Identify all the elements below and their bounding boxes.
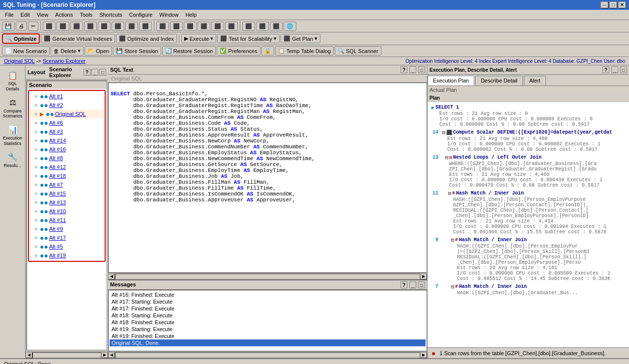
msg-scroll-right[interactable]: ▶	[420, 352, 427, 358]
maximize-button[interactable]: □	[609, 1, 617, 8]
tree-item-alt2-label[interactable]: Alt #2	[49, 102, 63, 108]
tree-item-alt17[interactable]: ✕ ●● Alt #17	[30, 233, 104, 242]
menu-view[interactable]: View	[34, 11, 52, 19]
tree-item-alt10[interactable]: ✕ ●● Alt #10	[30, 207, 104, 216]
tree-item-alt8[interactable]: ✕ ●● Alt #8	[30, 154, 104, 163]
scenario-horiz-scroll[interactable]: ◀ ▶	[26, 351, 108, 358]
tree-item-alt8-label[interactable]: Alt #8	[49, 155, 63, 161]
msg-item-8[interactable]: Original SQL: Done.	[110, 339, 426, 346]
tree-item-alt2[interactable]: ✕ ●● Alt #2	[30, 101, 104, 110]
tb-btn-9[interactable]: ⬛	[112, 22, 124, 31]
tb-btn-5[interactable]: ⬛	[57, 22, 69, 31]
tree-item-alt19-label[interactable]: Alt #19	[49, 252, 66, 258]
temp-table-button[interactable]: 📋 Temp Table Dialog	[275, 46, 334, 56]
right-help-button[interactable]: ?	[602, 66, 609, 73]
tb-btn-19[interactable]: ⬛	[256, 22, 269, 31]
tree-item-close-icon[interactable]: ✕	[34, 191, 39, 196]
tree-item-close-icon[interactable]: ✕	[34, 147, 39, 152]
breadcrumb-link1[interactable]: Original SQL	[4, 58, 35, 64]
tree-item-close-icon[interactable]: ✕	[34, 138, 39, 143]
minimize-button[interactable]: ─	[600, 1, 608, 8]
store-session-button[interactable]: 💾 Store Session	[113, 46, 161, 56]
tb-btn-7[interactable]: ⬛	[84, 22, 97, 31]
msg-item-5[interactable]: Alt #18: Finished: Execute	[110, 319, 426, 326]
sql-horiz-scroll[interactable]: ◀ ▶	[108, 273, 427, 280]
msg-scroll-left[interactable]: ◀	[108, 352, 115, 358]
tree-item-alt19[interactable]: ✕ ●● Alt #19	[30, 251, 104, 260]
tb-btn-6[interactable]: ⬛	[70, 22, 83, 31]
tree-item-original-label[interactable]: Original SQL	[55, 111, 86, 117]
sql-maximize-button[interactable]: □	[418, 66, 425, 73]
tree-item-alt1-label[interactable]: Alt #1	[49, 93, 63, 99]
sql-scroll-right[interactable]: ▶	[420, 274, 427, 280]
tree-item-alt11[interactable]: ✕ ●● Alt #11	[30, 216, 104, 224]
sql-help-button[interactable]: ?	[400, 66, 407, 73]
tb-btn-4[interactable]: ⬛	[43, 22, 56, 31]
msg-item-7[interactable]: Alt #19: Finished: Execute	[110, 333, 426, 339]
tree-item-close-icon[interactable]: ✕	[34, 200, 39, 205]
scroll-left-arrow[interactable]: ◀	[26, 352, 32, 358]
tree-item-close-icon[interactable]: ✕	[34, 103, 39, 108]
msg-scroll-track[interactable]	[115, 352, 420, 358]
menu-configure[interactable]: Configure	[126, 11, 156, 19]
tb-btn-18[interactable]: ⬛	[242, 22, 255, 31]
execute-dropdown-icon[interactable]: ▾	[210, 35, 213, 42]
tree-item-alt14-label[interactable]: Alt #14	[49, 138, 66, 143]
tab-execution-plan[interactable]: Execution Plan	[428, 76, 474, 85]
tb-btn-21[interactable]: 🌐	[284, 22, 296, 31]
msg-item-6[interactable]: Alt #19: Starting: Execute	[110, 326, 426, 333]
new-scenario-button[interactable]: 📄 New Scenario	[2, 46, 50, 56]
tb-btn-16[interactable]: ⬛	[211, 22, 224, 31]
tb-btn-1[interactable]: 💾	[2, 22, 15, 31]
tree-item-alt16[interactable]: ✕ ●● Alt #16	[30, 145, 104, 154]
tb-btn-14[interactable]: ⬛	[184, 22, 197, 31]
msg-maximize-button[interactable]: □	[418, 281, 425, 288]
tree-item-alt14[interactable]: ✕ ●● Alt #14	[30, 136, 104, 145]
breadcrumb-link2[interactable]: Scenario Explorer	[43, 58, 86, 64]
msg-help-button[interactable]: ?	[400, 281, 407, 288]
msg-item-4[interactable]: Alt #18: Starting: Execute	[110, 312, 426, 319]
msg-horiz-scroll[interactable]: ◀ ▶	[108, 351, 427, 358]
tree-item-close-icon[interactable]: ✕	[34, 129, 39, 135]
right-minimize-button[interactable]: _	[611, 66, 618, 73]
tree-item-alt10-label[interactable]: Alt #10	[49, 208, 66, 214]
open-button[interactable]: 📂 Open	[85, 46, 112, 56]
get-plan-dropdown-icon[interactable]: ▾	[314, 35, 317, 42]
tree-item-alt16-label[interactable]: Alt #16	[49, 146, 66, 152]
menu-tools[interactable]: Tools	[77, 11, 95, 19]
msg-item-2[interactable]: Alt #17: Starting: Execute	[110, 298, 426, 305]
scroll-right-arrow[interactable]: ▶	[101, 352, 108, 358]
sidebar-item-resolution[interactable]: 🔧 Resolu...	[1, 149, 24, 170]
menu-help[interactable]: Help	[182, 11, 200, 19]
menu-shortcuts[interactable]: Shortcuts	[96, 11, 125, 19]
close-button[interactable]: ✕	[618, 1, 626, 8]
tree-item-alt18-label[interactable]: Alt #18	[49, 173, 66, 179]
tree-item-alt11-label[interactable]: Alt #11	[49, 217, 66, 223]
tree-item-original[interactable]: ✕ ▶ ●● Original SQL	[30, 110, 104, 118]
sql-scroll-left[interactable]: ◀	[108, 274, 115, 280]
panel-minimize-button[interactable]: _	[91, 69, 98, 76]
msg-item-1[interactable]: Alt #16: Finished: Execute	[110, 291, 426, 298]
msg-minimize-button[interactable]: _	[409, 281, 416, 288]
panel-help-button[interactable]: ?	[84, 69, 90, 76]
tree-item-close-icon[interactable]: ✕	[34, 226, 39, 232]
tb-btn-15[interactable]: ⬛	[198, 22, 210, 31]
sql-minimize-button[interactable]: _	[409, 66, 416, 73]
tree-item-close-icon[interactable]: ✕	[34, 182, 39, 188]
preferences-button[interactable]: ✅ Preferences	[217, 46, 260, 56]
tree-item-close-icon[interactable]: ✕	[34, 120, 39, 126]
tb-btn-2[interactable]: 🖨	[16, 22, 27, 30]
tb-btn-11[interactable]: ⬛	[139, 22, 152, 31]
panel-maximize-button[interactable]: □	[99, 69, 106, 76]
tb-btn-17[interactable]: ⬛	[225, 22, 238, 31]
tree-item-alt13-label[interactable]: Alt #13	[49, 199, 66, 205]
tree-item-close-icon[interactable]: ✕	[34, 94, 39, 99]
tree-item-close-icon[interactable]: ✕	[34, 112, 39, 117]
tree-item-alt9-label[interactable]: Alt #9	[49, 226, 63, 232]
tb-btn-12[interactable]: ⬛	[156, 22, 169, 31]
tree-item-close-icon[interactable]: ✕	[34, 209, 39, 214]
test-scalability-button[interactable]: ⬛ Test for Scalability ▾	[217, 34, 280, 43]
tree-item-alt18[interactable]: ✕ ●● Alt #18	[30, 171, 104, 180]
sidebar-item-sql-details[interactable]: 📋 SQLDetails	[1, 67, 24, 94]
tb-btn-3[interactable]: ✂	[28, 22, 38, 31]
